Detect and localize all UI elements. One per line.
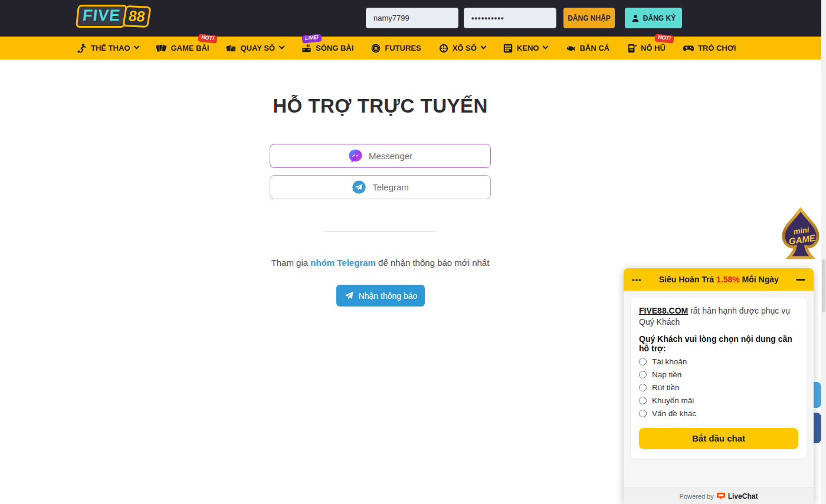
page-scrollbar[interactable] bbox=[821, 0, 826, 504]
radio-icon[interactable] bbox=[639, 371, 647, 378]
start-chat-button[interactable]: Bắt đầu chat bbox=[639, 428, 798, 449]
logo-text-88: 88 bbox=[122, 5, 151, 27]
option-label: Vấn đề khác bbox=[652, 409, 696, 418]
chat-title-suffix: Mỗi Ngày bbox=[740, 275, 779, 284]
chevron-down-icon bbox=[134, 44, 140, 50]
nav-label: FUTURES bbox=[385, 44, 421, 52]
telegram-icon bbox=[352, 180, 366, 195]
nav-label: THỂ THAO bbox=[91, 44, 130, 52]
username-input[interactable] bbox=[366, 8, 458, 28]
chat-menu-button[interactable]: ••• bbox=[632, 275, 642, 284]
join-suffix: để nhận thông báo mới nhất bbox=[376, 258, 489, 268]
minimize-button[interactable] bbox=[796, 279, 805, 281]
chat-message-card: FIVE88.COM rất hân hạnh được phục vụ Quý… bbox=[631, 298, 807, 459]
nav-item-song-bai[interactable]: LIVE! $ SÒNG BÀI bbox=[301, 43, 353, 54]
chat-footer: Powered by LiveChat bbox=[624, 487, 814, 504]
chevron-down-icon bbox=[480, 44, 486, 50]
radio-icon[interactable] bbox=[639, 397, 647, 404]
register-button[interactable]: ĐĂNG KÝ bbox=[625, 8, 682, 28]
nav-label: TRÒ CHƠI bbox=[698, 44, 736, 52]
password-input[interactable] bbox=[464, 8, 556, 28]
live-badge: LIVE! bbox=[301, 34, 322, 43]
livechat-brand-label[interactable]: LiveChat bbox=[728, 492, 758, 500]
nav-label: SÒNG BÀI bbox=[316, 44, 353, 52]
gamepad-icon bbox=[683, 43, 694, 54]
chat-title-prefix: Siêu Hoàn Trả bbox=[659, 275, 716, 284]
nav-item-game-bai[interactable]: HOT! GAME BÀI bbox=[156, 43, 209, 54]
option-label: Rút tiền bbox=[652, 383, 680, 392]
person-icon bbox=[631, 14, 640, 22]
telegram-group-link[interactable]: nhóm Telegram bbox=[310, 258, 376, 268]
nav-item-ban-ca[interactable]: BẮN CÁ bbox=[565, 43, 609, 54]
notify-button-label: Nhận thông báo bbox=[359, 291, 418, 301]
nav-item-xo-so[interactable]: XỔ SỐ bbox=[438, 43, 486, 54]
nav-item-no-hu[interactable]: HOT! NỔ HŨ bbox=[627, 43, 666, 54]
nav-label: NỔ HŨ bbox=[641, 44, 666, 52]
chat-title: Siêu Hoàn Trả 1.58% Mỗi Ngày bbox=[642, 275, 796, 284]
telegram-channel-button[interactable]: Telegram bbox=[270, 175, 491, 199]
minigame-floating-badge[interactable]: mini GAME bbox=[779, 207, 822, 262]
dice-icon bbox=[226, 43, 237, 54]
join-prefix: Tham gia bbox=[271, 258, 311, 268]
option-rut-tien[interactable]: Rút tiền bbox=[639, 383, 798, 392]
option-tai-khoan[interactable]: Tài khoản bbox=[639, 357, 798, 366]
channel-label: Messenger bbox=[369, 151, 412, 161]
option-label: Nạp tiền bbox=[652, 370, 681, 379]
slot-machine-icon bbox=[627, 43, 637, 54]
powered-by-label: Powered by bbox=[680, 493, 714, 500]
nav-item-quay-so[interactable]: QUAY SỐ bbox=[226, 43, 284, 54]
greeting-text: FIVE88.COM rất hân hạnh được phục vụ Quý… bbox=[639, 305, 798, 328]
nav-label: QUAY SỐ bbox=[240, 44, 275, 52]
page: FIVE 88 ĐĂNG NHẬP ĐĂNG KÝ THỂ THAO HOT! bbox=[0, 0, 826, 504]
join-telegram-text: Tham gia nhóm Telegram để nhận thông báo… bbox=[234, 258, 526, 268]
prompt-text: Quý Khách vui lòng chọn nội dung cần hỗ … bbox=[639, 334, 798, 353]
nav-label: BẮN CÁ bbox=[579, 44, 609, 52]
option-khuyen-mai[interactable]: Khuyến mãi bbox=[639, 396, 798, 405]
spade-icon: mini GAME bbox=[779, 207, 822, 262]
option-nap-tien[interactable]: Nạp tiền bbox=[639, 370, 798, 379]
chat-title-highlight: 1.58% bbox=[716, 275, 740, 284]
five88-logo[interactable]: FIVE 88 bbox=[76, 5, 151, 28]
messenger-icon bbox=[348, 149, 363, 163]
option-van-de-khac[interactable]: Vấn đề khác bbox=[639, 409, 798, 418]
page-title: HỖ TRỢ TRỰC TUYẾN bbox=[270, 95, 491, 117]
radio-icon[interactable] bbox=[639, 384, 647, 391]
channel-label: Telegram bbox=[372, 182, 409, 192]
radio-icon[interactable] bbox=[639, 358, 647, 365]
chat-header: ••• Siêu Hoàn Trả 1.58% Mỗi Ngày bbox=[624, 268, 814, 291]
main-nav: THỂ THAO HOT! GAME BÀI QUAY SỐ LIVE! bbox=[0, 37, 821, 60]
paper-plane-icon bbox=[344, 291, 354, 301]
playing-cards-icon bbox=[156, 43, 167, 54]
hot-badge: HOT! bbox=[654, 34, 674, 43]
divider bbox=[324, 231, 436, 232]
chevron-down-icon bbox=[279, 44, 285, 50]
fish-icon bbox=[565, 43, 576, 54]
radio-icon[interactable] bbox=[639, 410, 647, 417]
nav-item-futures[interactable]: B FUTURES bbox=[371, 43, 421, 54]
option-label: Tài khoản bbox=[652, 357, 687, 366]
nav-item-the-thao[interactable]: THỂ THAO bbox=[77, 43, 139, 54]
casino-money-icon: $ bbox=[301, 43, 312, 54]
brand-link[interactable]: FIVE88.COM bbox=[639, 306, 688, 315]
livechat-logo-icon bbox=[717, 492, 725, 500]
chat-body: FIVE88.COM rất hân hạnh được phục vụ Quý… bbox=[624, 291, 814, 487]
nav-item-keno[interactable]: KENO bbox=[503, 43, 548, 54]
bitcoin-icon: B bbox=[371, 43, 381, 54]
lottery-wheel-icon bbox=[438, 43, 449, 54]
option-label: Khuyến mãi bbox=[652, 396, 694, 405]
livechat-widget: ••• Siêu Hoàn Trả 1.58% Mỗi Ngày FIVE88.… bbox=[624, 268, 814, 504]
hot-badge: HOT! bbox=[198, 34, 218, 43]
nav-item-tro-choi[interactable]: TRÒ CHƠI bbox=[683, 43, 736, 54]
messenger-channel-button[interactable]: Messenger bbox=[270, 144, 491, 168]
register-label: ĐĂNG KÝ bbox=[643, 14, 676, 22]
login-button[interactable]: ĐĂNG NHẬP bbox=[563, 8, 615, 28]
notify-button[interactable]: Nhận thông báo bbox=[336, 285, 425, 307]
chevron-down-icon bbox=[543, 44, 549, 50]
nav-label: GAME BÀI bbox=[171, 44, 209, 52]
keno-grid-icon bbox=[503, 43, 513, 54]
nav-label: KENO bbox=[517, 44, 539, 52]
scrollbar-thumb[interactable] bbox=[822, 259, 825, 312]
nav-label: XỔ SỐ bbox=[453, 44, 477, 52]
soccer-player-icon bbox=[77, 43, 87, 54]
logo-text-five: FIVE bbox=[76, 5, 127, 28]
